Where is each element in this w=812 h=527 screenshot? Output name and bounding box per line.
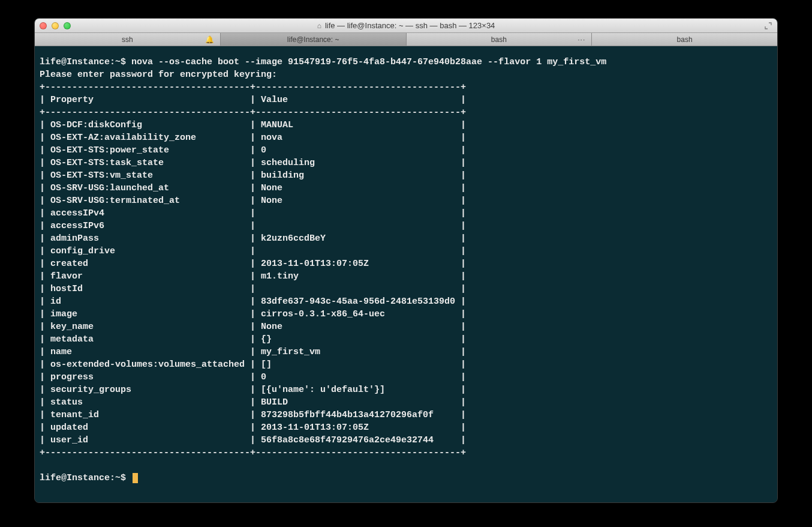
tab-life-instance[interactable]: life@Instance: ~ [221, 33, 407, 46]
tab-label: bash [491, 35, 507, 44]
tab-ssh[interactable]: ssh 🔔 [35, 33, 221, 46]
home-icon: ⌂ [317, 22, 321, 30]
tab-label: bash [677, 35, 693, 44]
minimize-icon[interactable] [52, 22, 59, 29]
tab-label: life@Instance: ~ [287, 35, 339, 44]
window-title-text: life — life@Instance: ~ — ssh — bash — 1… [325, 21, 495, 30]
expand-icon[interactable] [764, 22, 772, 30]
tab-bash-2[interactable]: bash [592, 33, 777, 46]
window-title: ⌂ life — life@Instance: ~ — ssh — bash —… [35, 21, 777, 30]
close-icon[interactable] [40, 22, 47, 29]
tab-bash-1[interactable]: bash ··· [407, 33, 593, 46]
titlebar[interactable]: ⌂ life — life@Instance: ~ — ssh — bash —… [35, 19, 777, 33]
traffic-lights [40, 22, 71, 29]
cursor [133, 473, 138, 483]
terminal-output[interactable]: life@Instance:~$ nova --os-cache boot --… [35, 46, 777, 502]
ellipsis-icon: ··· [578, 35, 585, 44]
zoom-icon[interactable] [64, 22, 71, 29]
bell-icon: 🔔 [205, 35, 214, 44]
tab-bar: ssh 🔔 life@Instance: ~ bash ··· bash [35, 33, 777, 46]
tab-label: ssh [122, 35, 133, 44]
terminal-window: ⌂ life — life@Instance: ~ — ssh — bash —… [34, 18, 778, 503]
